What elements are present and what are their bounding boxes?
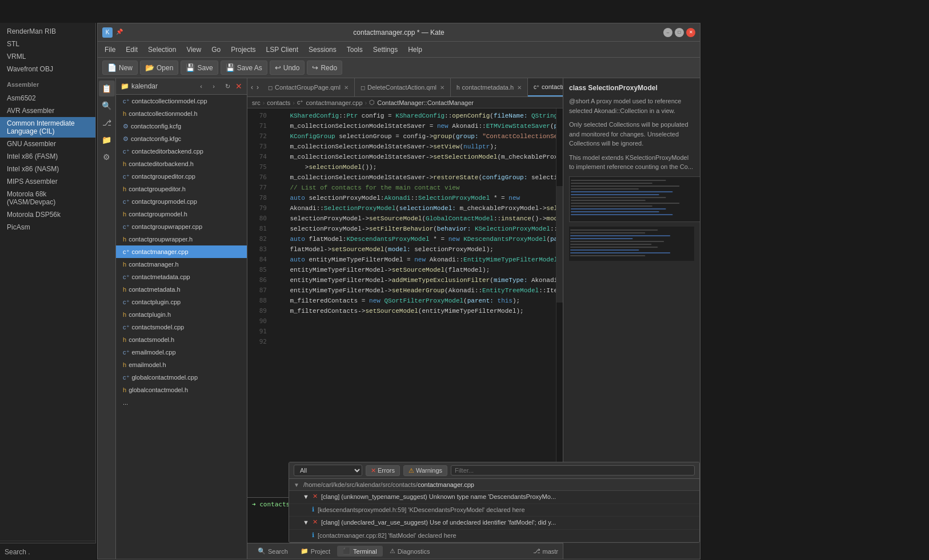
tab-close-btn[interactable]: ✕ bbox=[517, 84, 522, 91]
file-item-contactplugin-h[interactable]: h contactplugin.h bbox=[116, 308, 247, 321]
file-item-contacteditorbackend-h[interactable]: h contacteditorbackend.h bbox=[116, 158, 247, 170]
sidebar-item-wavefront[interactable]: Wavefront OBJ bbox=[0, 63, 95, 75]
pin-icon[interactable]: 📌 bbox=[116, 29, 124, 37]
diag-expand-icon[interactable]: ▼ bbox=[303, 519, 309, 526]
diagnostics-filter-input[interactable] bbox=[451, 465, 695, 476]
breadcrumb-file[interactable]: contactmanager.cpp bbox=[306, 99, 362, 106]
diagnostics-tab-label: Diagnostics bbox=[398, 548, 430, 555]
file-item-contactgroupeditor-h[interactable]: h contactgroupeditor.h bbox=[116, 183, 247, 195]
expand-icon[interactable]: ▼ bbox=[294, 482, 299, 488]
tab-contactgrouppage[interactable]: ◻ ContactGroupPage.qml ✕ bbox=[262, 78, 355, 96]
sidebar-item-cil[interactable]: Common Intermediate Language (CIL) bbox=[0, 117, 95, 138]
redo-button[interactable]: ↪ Redo bbox=[307, 61, 342, 75]
menu-edit[interactable]: Edit bbox=[121, 44, 142, 55]
files-icon-btn[interactable]: 📋 bbox=[99, 80, 115, 96]
file-item-contactmetadata-cpp[interactable]: c⁺ contactmetadata.cpp bbox=[116, 271, 247, 283]
nav-forward-btn[interactable]: › bbox=[208, 80, 219, 92]
tabs-nav-right-btn[interactable]: › bbox=[255, 83, 260, 91]
file-item-contactmanager-h[interactable]: h contactmanager.h bbox=[116, 258, 247, 271]
file-item-contactgroupeditor-cpp[interactable]: c⁺ contactgroupeditor.cpp bbox=[116, 170, 247, 183]
sidebar-item-stl[interactable]: STL bbox=[0, 38, 95, 50]
undo-button[interactable]: ↩ Undo bbox=[270, 61, 305, 75]
svg-rect-12 bbox=[571, 211, 659, 212]
close-panel-btn[interactable]: ✕ bbox=[235, 82, 242, 91]
project-tab[interactable]: 📁 Project bbox=[295, 546, 336, 557]
menu-tools[interactable]: Tools bbox=[342, 44, 367, 55]
file-item-contactmetadata-h[interactable]: h contactmetadata.h bbox=[116, 283, 247, 296]
file-item-contactconfig-kfgc[interactable]: ⚙ contactconfig.kfgc bbox=[116, 132, 247, 145]
sidebar-item-asm6502[interactable]: Asm6502 bbox=[0, 92, 95, 104]
file-item-globalcontactmodel-cpp[interactable]: c⁺ globalcontactmodel.cpp bbox=[116, 371, 247, 384]
search-icon-btn[interactable]: 🔍 bbox=[99, 98, 115, 114]
breadcrumb-src[interactable]: src bbox=[252, 99, 261, 106]
open-button[interactable]: 📂 Open bbox=[140, 61, 178, 75]
code-content[interactable]: KSharedConfig::Ptr config = KSharedConfi… bbox=[270, 108, 556, 497]
config-icon-btn[interactable]: ⚙ bbox=[99, 149, 115, 165]
minimize-button[interactable]: – bbox=[663, 28, 672, 37]
close-window-button[interactable]: ✕ bbox=[686, 28, 695, 37]
menu-file[interactable]: File bbox=[100, 44, 120, 55]
sidebar-item-motorola68k[interactable]: Motorola 68k (VASM/Devpac) bbox=[0, 188, 95, 208]
breadcrumb-class[interactable]: ContactManager::ContactManager bbox=[377, 99, 474, 106]
tabs-nav-left-btn[interactable]: ‹ bbox=[250, 83, 254, 91]
file-item-contactsmodel-cpp[interactable]: c⁺ contactsmodel.cpp bbox=[116, 321, 247, 333]
menu-projects[interactable]: Projects bbox=[226, 44, 260, 55]
sidebar-item-vrml[interactable]: VRML bbox=[0, 50, 95, 63]
search-tab[interactable]: 🔍 Search bbox=[252, 546, 294, 557]
warnings-button[interactable]: ⚠ Warnings bbox=[403, 465, 447, 476]
file-item-contactcollectionmodel-cpp[interactable]: c⁺ contactcollectionmodel.cpp bbox=[116, 95, 247, 107]
save-as-button[interactable]: 💾 Save As bbox=[221, 61, 267, 75]
menu-lsp[interactable]: LSP Client bbox=[262, 44, 303, 55]
tab-close-btn[interactable]: ✕ bbox=[344, 84, 349, 91]
menu-help[interactable]: Help bbox=[403, 44, 427, 55]
maximize-button[interactable]: □ bbox=[675, 28, 684, 37]
sidebar-item-picasm[interactable]: PicAsm bbox=[0, 221, 95, 233]
new-button[interactable]: 📄 New bbox=[102, 61, 138, 75]
diagnostics-filter-select[interactable]: All bbox=[294, 465, 362, 476]
minimap-thumb[interactable] bbox=[556, 186, 563, 303]
sidebar-item-renderman[interactable]: RenderMan RIB bbox=[0, 25, 95, 38]
file-item-contactgroupwrapper-cpp[interactable]: c⁺ contactgroupwrapper.cpp bbox=[116, 220, 247, 233]
terminal-prompt: ➜ bbox=[252, 501, 256, 508]
file-item-contactsmodel-h[interactable]: h contactsmodel.h bbox=[116, 333, 247, 346]
file-item-emailmodel-cpp[interactable]: c⁺ emailmodel.cpp bbox=[116, 346, 247, 358]
file-item-contactgroupmodel-cpp[interactable]: c⁺ contactgroupmodel.cpp bbox=[116, 195, 247, 208]
git-icon-btn[interactable]: ⎇ bbox=[99, 115, 115, 131]
folder-icon-btn[interactable]: 📁 bbox=[99, 132, 115, 148]
tab-contactmetadata-h[interactable]: h contactmetadata.h ✕ bbox=[451, 78, 528, 96]
sidebar-item-gnu[interactable]: GNU Assembler bbox=[0, 138, 95, 150]
save-button[interactable]: 💾 Save bbox=[181, 61, 218, 75]
file-item-contactmanager-cpp[interactable]: c⁺ contactmanager.cpp bbox=[116, 245, 247, 258]
tab-contactmanager-cpp[interactable]: c⁺ contactmanager.cpp ✕ bbox=[528, 78, 563, 96]
code-line-87: entityMimeTypeFilterModel->setSourceMode… bbox=[275, 265, 551, 275]
file-item-contactplugin-cpp[interactable]: c⁺ contactplugin.cpp bbox=[116, 296, 247, 308]
sidebar-item-avr[interactable]: AVR Assembler bbox=[0, 104, 95, 117]
menu-view[interactable]: View bbox=[182, 44, 206, 55]
file-item-contactconfig-kcfg[interactable]: ⚙ contactconfig.kcfg bbox=[116, 120, 247, 132]
file-item-ellipsis[interactable]: ... bbox=[116, 396, 247, 409]
menu-sessions[interactable]: Sessions bbox=[304, 44, 341, 55]
refresh-btn[interactable]: ↻ bbox=[222, 80, 233, 92]
sidebar-item-mips[interactable]: MIPS Assembler bbox=[0, 175, 95, 188]
file-item-globalcontactmodel-h[interactable]: h globalcontactmodel.h bbox=[116, 384, 247, 396]
diagnostics-tab[interactable]: ⚠ Diagnostics bbox=[384, 546, 436, 557]
sidebar-item-x86nasm[interactable]: Intel x86 (NASM) bbox=[0, 163, 95, 175]
file-item-contactgroupwrapper-h[interactable]: h contactgroupwrapper.h bbox=[116, 233, 247, 245]
menu-selection[interactable]: Selection bbox=[143, 44, 181, 55]
tab-deletecontact[interactable]: ◻ DeleteContactAction.qml ✕ bbox=[355, 78, 451, 96]
sidebar-item-x86fasm[interactable]: Intel x86 (FASM) bbox=[0, 150, 95, 163]
file-item-contacteditorbackend-cpp[interactable]: c⁺ contacteditorbackend.cpp bbox=[116, 145, 247, 158]
sidebar-item-motoroladsp[interactable]: Motorola DSP56k bbox=[0, 208, 95, 221]
file-item-contactgroupmodel-h[interactable]: h contactgroupmodel.h bbox=[116, 208, 247, 220]
diag-expand-icon[interactable]: ▼ bbox=[303, 493, 309, 500]
menu-go[interactable]: Go bbox=[207, 44, 225, 55]
breadcrumb-contacts[interactable]: contacts bbox=[267, 99, 290, 106]
tab-close-btn[interactable]: ✕ bbox=[440, 84, 445, 91]
file-item-contactcollectionmodel-h[interactable]: h contactcollectionmodel.h bbox=[116, 107, 247, 120]
nav-back-btn[interactable]: ‹ bbox=[195, 80, 207, 92]
menu-settings[interactable]: Settings bbox=[369, 44, 402, 55]
file-item-emailmodel-h[interactable]: h emailmodel.h bbox=[116, 358, 247, 371]
terminal-tab[interactable]: ⬛ Terminal bbox=[337, 546, 383, 557]
warning-icon: ⚠ bbox=[409, 467, 414, 474]
errors-button[interactable]: ✕ Errors bbox=[366, 465, 400, 476]
